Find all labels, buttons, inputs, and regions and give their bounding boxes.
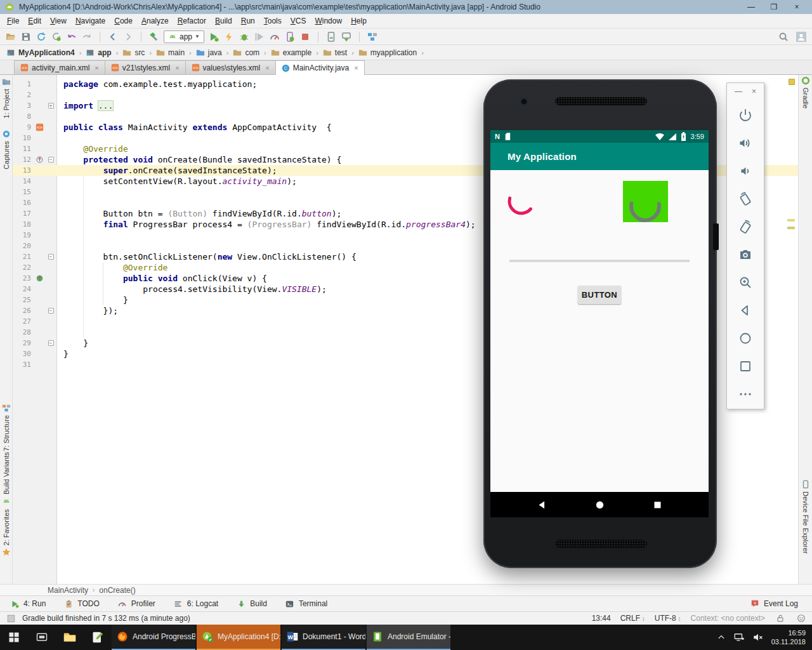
app-button[interactable]: BUTTON <box>578 286 621 304</box>
sdk-manager-icon[interactable] <box>341 31 352 43</box>
tool-strip-2-favorites[interactable]: 2: Favorites <box>0 509 12 557</box>
breadcrumb-com[interactable]: com <box>232 48 261 57</box>
debug-icon[interactable] <box>239 31 250 43</box>
sync-icon[interactable] <box>36 31 47 43</box>
breadcrumb-myapplication[interactable]: myapplication <box>357 48 418 57</box>
stop-icon[interactable] <box>299 31 311 43</box>
caret-position[interactable]: 13:44 <box>592 614 611 623</box>
hammer-icon[interactable] <box>148 31 160 43</box>
emulator-volume-up-icon[interactable] <box>738 135 753 150</box>
menu-navigate[interactable]: Navigate <box>71 15 110 27</box>
undo-icon[interactable] <box>66 31 77 43</box>
toolwindow-toggle-icon[interactable] <box>5 613 16 624</box>
menu-vcs[interactable]: VCS <box>286 15 311 27</box>
tray-clock[interactable]: 16:5903.11.2018 <box>771 628 806 647</box>
scrollbar-warning-mark[interactable] <box>787 219 795 222</box>
fold-marker-icon[interactable]: − <box>48 157 54 162</box>
toolwindow-4-run[interactable]: 4: Run <box>9 598 46 609</box>
taskbar-button-emulator-app[interactable]: Android Emulator -... <box>367 625 450 650</box>
window-close-button[interactable]: × <box>785 0 808 14</box>
taskbar-button-android-studio[interactable]: MyApplication4 [D:... <box>197 625 280 650</box>
menu-help[interactable]: Help <box>346 15 371 27</box>
menu-edit[interactable]: Edit <box>23 15 46 27</box>
scrollbar-warning-mark[interactable] <box>787 227 795 229</box>
tray-network-icon[interactable] <box>733 632 745 643</box>
tab-values-styles-xml[interactable]: <>values\styles.xml× <box>185 60 276 74</box>
override-green-icon[interactable] <box>34 273 45 284</box>
nav-back-icon[interactable] <box>537 500 547 510</box>
task-view-button[interactable] <box>28 625 56 650</box>
toolwindow-6-logcat[interactable]: 6: Logcat <box>173 598 218 609</box>
fold-marker-icon[interactable]: − <box>48 308 54 314</box>
tool-strip-7-structure[interactable]: 7: Structure <box>0 404 12 451</box>
instant-run-icon[interactable] <box>223 31 235 43</box>
emulator-e-overview-icon[interactable] <box>738 359 753 374</box>
gradle-sync-icon[interactable] <box>51 31 62 43</box>
menu-view[interactable]: View <box>46 15 71 27</box>
editor-breadcrumb-item[interactable]: onCreate() <box>99 586 135 595</box>
editor-breadcrumb-item[interactable]: MainActivity <box>48 586 88 595</box>
tool-strip-gradle[interactable]: Gradle <box>799 76 812 109</box>
search-icon[interactable] <box>778 31 789 43</box>
menu-file[interactable]: File <box>3 15 23 27</box>
gradle-daemon-icon[interactable] <box>796 613 807 624</box>
menu-analyze[interactable]: Analyze <box>137 15 173 27</box>
taskbar-button-word[interactable]: WDokument1 - Word <box>282 625 365 650</box>
fold-marker-icon[interactable]: − <box>48 254 54 260</box>
breadcrumb-java[interactable]: java <box>195 48 223 57</box>
toolwindow-todo[interactable]: TODO <box>63 598 99 609</box>
emulator-close-icon[interactable]: × <box>752 87 756 96</box>
lock-icon[interactable] <box>775 613 786 624</box>
breadcrumb-app[interactable]: app <box>84 48 112 57</box>
nav-forward-arrow-icon[interactable] <box>122 31 134 43</box>
menu-tools[interactable]: Tools <box>259 15 286 27</box>
tool-strip-device-file-explorer[interactable]: Device File Explorer <box>799 480 812 554</box>
tool-strip-build-variants[interactable]: Build Variants <box>0 452 12 506</box>
avatar-icon[interactable] <box>796 31 807 43</box>
tab-close-icon[interactable]: × <box>175 64 179 72</box>
save-icon[interactable] <box>20 31 32 43</box>
emulator-rotate-right-icon[interactable] <box>738 219 753 234</box>
inspection-status-square[interactable] <box>789 79 795 85</box>
menu-code[interactable]: Code <box>110 15 137 27</box>
tab-close-icon[interactable]: × <box>95 64 98 72</box>
tab-activity-main-xml[interactable]: <>activity_main.xml× <box>14 60 105 74</box>
tab-close-icon[interactable]: × <box>265 64 269 72</box>
file-explorer-button[interactable] <box>56 625 84 650</box>
emulator-e-home-icon[interactable] <box>738 331 753 346</box>
notepadpp-button[interactable] <box>84 625 112 650</box>
tray-volume-muted-icon[interactable] <box>752 632 764 643</box>
menu-refactor[interactable]: Refactor <box>173 15 211 27</box>
menu-window[interactable]: Window <box>310 15 346 27</box>
nav-back-arrow-icon[interactable] <box>107 31 119 43</box>
emulator-rotate-left-icon[interactable] <box>738 191 753 206</box>
breadcrumb-src[interactable]: src <box>121 48 146 57</box>
breadcrumb-test[interactable]: test <box>322 48 348 57</box>
run-icon[interactable] <box>208 31 219 43</box>
profiler-gauge-icon[interactable] <box>269 31 280 43</box>
avd-manager-icon[interactable] <box>325 31 337 43</box>
line-ending-selector[interactable]: CRLF ↕ <box>620 614 645 623</box>
apply-changes-icon[interactable] <box>254 31 265 43</box>
window-maximize-button[interactable]: ❐ <box>763 0 785 14</box>
menu-build[interactable]: Build <box>211 15 237 27</box>
run-config-selector[interactable]: app▼ <box>164 30 204 43</box>
emulator-power-icon[interactable] <box>738 107 753 123</box>
emulator-zoom-emul-icon[interactable] <box>738 275 753 290</box>
tool-strip-captures[interactable]: Captures <box>0 129 12 169</box>
window-minimize-button[interactable]: — <box>740 0 763 14</box>
tray-chevron-icon[interactable] <box>717 633 726 642</box>
emulator-volume-down-icon[interactable] <box>738 163 753 178</box>
open-icon[interactable] <box>5 31 16 43</box>
redo-icon[interactable] <box>81 31 93 43</box>
toolwindow-profiler[interactable]: Profiler <box>117 598 155 609</box>
tab-close-icon[interactable]: × <box>354 64 358 72</box>
toolwindow-event-log[interactable]: 9Event Log <box>749 598 798 609</box>
emulator-more-icon[interactable] <box>738 387 753 402</box>
emulator-minimize-icon[interactable]: — <box>735 87 742 96</box>
override-red-icon[interactable] <box>34 154 45 166</box>
tab-v21-styles-xml[interactable]: <>v21\styles.xml× <box>105 60 186 74</box>
breadcrumb-example[interactable]: example <box>270 48 313 57</box>
nav-home-icon[interactable] <box>594 500 605 510</box>
menu-run[interactable]: Run <box>237 15 259 27</box>
